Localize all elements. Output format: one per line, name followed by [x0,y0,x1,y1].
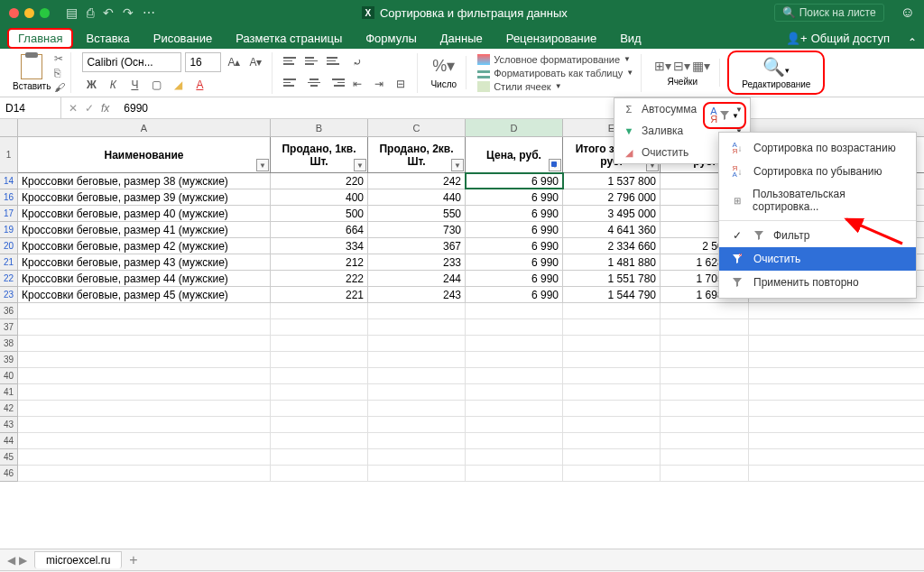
fx-icon[interactable]: fx [101,102,109,115]
cell[interactable] [661,336,749,351]
cell-price[interactable]: 6 990 [466,206,563,221]
undo-icon[interactable]: ↶ [103,5,114,20]
sort-descending-item[interactable]: ЯА↓Сортировка по убыванию [719,160,916,183]
cell[interactable] [18,433,271,448]
row-header[interactable]: 44 [0,433,17,449]
cell[interactable] [18,368,271,383]
cell[interactable] [563,433,661,448]
cell-name[interactable]: Кроссовки беговые, размер 44 (мужские) [18,271,271,286]
col-header-d[interactable]: D [466,119,563,136]
custom-sort-item[interactable]: ⊞Пользовательская сортировка... [719,183,916,217]
cell-total1[interactable]: 2 796 000 [563,189,661,205]
cell[interactable] [368,449,466,465]
border-icon[interactable]: ▢ [147,76,165,94]
cell-q2[interactable]: 440 [368,189,466,205]
cell[interactable] [466,336,563,351]
save-icon[interactable]: ▤ [66,5,78,20]
cell[interactable] [563,449,661,465]
cell-price[interactable]: 6 990 [466,238,563,254]
filter-item[interactable]: ✓Фильтр [719,224,916,247]
row-header[interactable]: 42 [0,401,17,417]
cell[interactable] [563,401,661,416]
cell-total1[interactable]: 3 495 000 [563,206,661,221]
row-header[interactable]: 23 [0,287,17,303]
indent-increase-icon[interactable]: ⇥ [370,75,388,93]
cell[interactable] [18,319,271,335]
cell[interactable] [368,368,466,383]
cell[interactable] [563,368,661,383]
font-color-icon[interactable]: A [190,76,208,94]
cell-name[interactable]: Кроссовки беговые, размер 40 (мужские) [18,206,271,221]
minimize-window[interactable] [24,8,34,18]
cell-total1[interactable]: 1 481 880 [563,254,661,270]
cell[interactable] [18,401,271,416]
cell[interactable] [271,433,368,448]
cell-q1[interactable]: 222 [271,271,368,286]
search-box[interactable]: 🔍 Поиск на листе [774,4,884,22]
accept-formula-icon[interactable]: ✓ [85,102,94,115]
format-cell-icon[interactable]: ▦▾ [692,59,710,73]
row-header[interactable]: 16 [0,189,17,206]
cell[interactable] [466,466,563,481]
close-window[interactable] [9,8,19,18]
align-bottom-icon[interactable] [327,53,345,69]
cell[interactable] [271,449,368,465]
cell-q2[interactable]: 243 [368,287,466,302]
cell-name[interactable]: Кроссовки беговые, размер 38 (мужские) [18,173,271,189]
tab-layout[interactable]: Разметка страницы [225,28,353,49]
percent-icon[interactable]: %▾ [432,56,455,76]
sheet-next-icon[interactable]: ▶ [19,554,27,567]
cell[interactable] [368,401,466,416]
cell[interactable] [271,319,368,335]
cell-total1[interactable]: 1 544 790 [563,287,661,302]
cell[interactable] [271,417,368,432]
align-center-icon[interactable] [305,75,323,91]
cell[interactable] [563,319,661,335]
filter-btn-q2[interactable]: ▼ [451,159,464,171]
col-header-c[interactable]: C [368,119,466,136]
collapse-ribbon-icon[interactable]: ⌃ [908,36,917,49]
cell[interactable] [18,384,271,400]
redo-icon[interactable]: ↷ [123,5,134,20]
editing-group[interactable]: 🔍▾ Редактирование [727,51,825,95]
cell[interactable] [368,319,466,335]
format-as-table-button[interactable]: Форматировать как таблицу▼ [477,68,633,78]
tab-insert[interactable]: Вставка [75,28,140,49]
share-button[interactable]: 👤+ Общий доступ [777,28,899,49]
select-all-corner[interactable] [0,119,18,136]
cell[interactable] [18,303,271,318]
cell-q2[interactable]: 730 [368,222,466,237]
row-header-1[interactable]: 1 [0,137,17,173]
cell-price[interactable]: 6 990 [466,271,563,286]
cell-total1[interactable]: 1 537 800 [563,173,661,189]
cell[interactable] [271,336,368,351]
cell[interactable] [563,336,661,351]
fill-color-icon[interactable]: ◢ [169,76,187,94]
cell[interactable] [466,417,563,432]
cell[interactable] [368,336,466,351]
row-header[interactable]: 20 [0,238,17,254]
orientation-icon[interactable]: ⤾ [348,53,366,71]
cell[interactable] [368,384,466,400]
copy-icon[interactable]: ⎘ [54,67,65,79]
cell[interactable] [563,466,661,481]
underline-button[interactable]: Ч [125,76,143,94]
row-header[interactable]: 46 [0,466,17,482]
filter-btn-q1[interactable]: ▼ [354,159,366,171]
cell[interactable] [661,352,749,367]
cut-icon[interactable]: ✂ [54,52,65,65]
cell[interactable] [368,417,466,432]
row-header[interactable]: 45 [0,449,17,466]
cell-total1[interactable]: 1 551 780 [563,271,661,286]
cell[interactable] [661,368,749,383]
formula-input[interactable] [116,102,924,115]
cell[interactable] [18,417,271,432]
cell[interactable] [661,319,749,335]
cell[interactable] [466,449,563,465]
row-header[interactable]: 40 [0,368,17,384]
italic-button[interactable]: К [104,76,122,94]
tab-review[interactable]: Рецензирование [495,28,607,49]
cell-q2[interactable]: 242 [368,173,466,189]
cell[interactable] [466,352,563,367]
insert-cell-icon[interactable]: ⊞▾ [654,59,671,73]
